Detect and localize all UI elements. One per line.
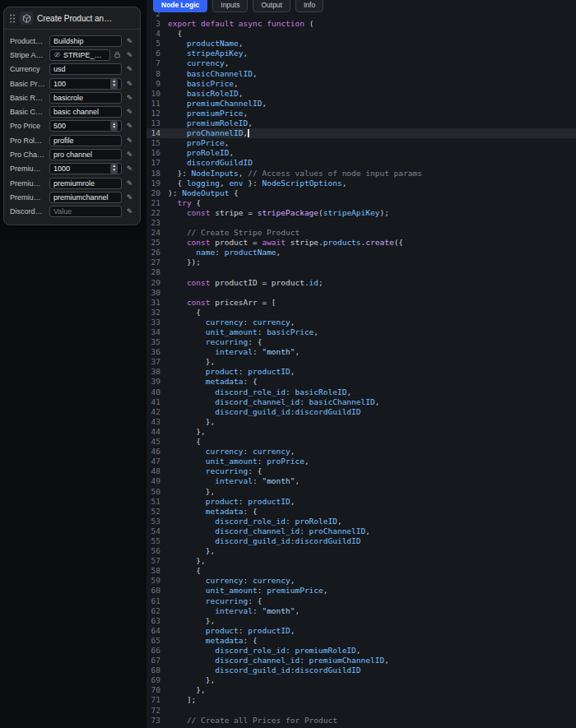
edit-pencil-icon[interactable]: ✎ <box>125 137 134 145</box>
field-input[interactable]: 500▲▼ <box>49 120 122 132</box>
code-line-20[interactable]: 20): NodeOutput { <box>146 188 576 198</box>
code-line-43[interactable]: 43 }, <box>146 417 576 427</box>
code-line-38[interactable]: 38 product: productID, <box>146 367 576 377</box>
code-line-28[interactable]: 28 <box>146 267 576 277</box>
edit-pencil-icon[interactable]: ✎ <box>125 80 134 88</box>
field-input[interactable]: 1000▲▼ <box>49 163 122 174</box>
code-line-51[interactable]: 51 product: productID, <box>146 497 576 507</box>
code-line-45[interactable]: 45 { <box>146 437 576 447</box>
code-line-69[interactable]: 69 }, <box>146 675 576 685</box>
code-line-18[interactable]: 18 }: NodeInputs, // Access values of no… <box>146 169 576 179</box>
code-line-23[interactable]: 23 <box>146 218 576 228</box>
field-input[interactable]: profile <box>49 135 122 146</box>
code-line-58[interactable]: 58 { <box>146 566 576 576</box>
code-line-36[interactable]: 36 interval: "month", <box>146 347 576 357</box>
code-line-3[interactable]: 3export default async function ( <box>146 19 576 29</box>
code-line-40[interactable]: 40 discord_role_id: basicRoleID, <box>146 387 576 397</box>
code-line-60[interactable]: 60 unit_amount: premiumPrice, <box>146 586 576 596</box>
edit-pencil-icon[interactable]: ✎ <box>125 65 134 73</box>
code-line-49[interactable]: 49 interval: "month", <box>146 476 576 486</box>
field-input[interactable]: Value <box>49 206 122 217</box>
edit-pencil-icon[interactable]: ✎ <box>125 51 134 59</box>
code-line-61[interactable]: 61 recurring: { <box>146 596 576 606</box>
edit-pencil-icon[interactable]: ✎ <box>125 193 134 202</box>
code-line-34[interactable]: 34 unit_amount: basicPrice, <box>146 327 576 337</box>
edit-pencil-icon[interactable]: ✎ <box>125 108 134 116</box>
code-line-25[interactable]: 25 const product = await stripe.products… <box>146 238 576 248</box>
code-line-50[interactable]: 50 }, <box>146 487 576 497</box>
edit-pencil-icon[interactable]: ✎ <box>125 179 134 188</box>
code-line-19[interactable]: 19 { logging, env }: NodeScriptOptions, <box>146 179 576 188</box>
code-line-71[interactable]: 71 ]; <box>146 695 576 705</box>
edit-pencil-icon[interactable]: ✎ <box>125 151 134 159</box>
code-line-67[interactable]: 67 discord_channel_id: premiumChannelID, <box>146 656 576 665</box>
code-line-57[interactable]: 57 }, <box>146 556 576 566</box>
field-input[interactable]: 100▲▼ <box>49 78 122 90</box>
code-line-13[interactable]: 13 premiumRoleID, <box>146 118 576 128</box>
edit-pencil-icon[interactable]: ✎ <box>125 37 134 45</box>
code-line-33[interactable]: 33 currency: currency, <box>146 318 576 327</box>
number-stepper[interactable]: ▲▼ <box>110 121 118 131</box>
code-line-70[interactable]: 70 }, <box>146 685 576 695</box>
edit-pencil-icon[interactable]: ✎ <box>125 122 134 130</box>
edit-pencil-icon[interactable]: ✎ <box>125 94 134 102</box>
edit-pencil-icon[interactable]: ✎ <box>125 207 134 216</box>
code-line-35[interactable]: 35 recurring: { <box>146 337 576 347</box>
drag-handle-icon[interactable] <box>9 13 16 24</box>
code-line-37[interactable]: 37 }, <box>146 357 576 367</box>
code-line-7[interactable]: 7 currency, <box>146 58 576 68</box>
code-line-14[interactable]: 14 proChannelID, <box>146 128 576 138</box>
tab-info[interactable]: Info <box>295 0 323 12</box>
code-line-11[interactable]: 11 premiumChannelID, <box>146 99 576 109</box>
number-stepper[interactable]: ▲▼ <box>110 79 118 89</box>
code-line-31[interactable]: 31 const pricesArr = [ <box>146 298 576 308</box>
lock-icon[interactable] <box>114 51 122 58</box>
edit-pencil-icon[interactable]: ✎ <box>125 165 134 173</box>
code-line-26[interactable]: 26 name: productName, <box>146 248 576 257</box>
tab-inputs[interactable]: Inputs <box>212 0 248 12</box>
code-line-39[interactable]: 39 metadata: { <box>146 377 576 387</box>
code-line-72[interactable]: 72 <box>146 706 576 716</box>
field-input[interactable]: Buildship <box>49 35 122 47</box>
code-line-9[interactable]: 9 basicPrice, <box>146 79 576 89</box>
code-line-16[interactable]: 16 proRoleID, <box>146 148 576 158</box>
field-input[interactable]: pro channel <box>49 149 122 160</box>
code-line-64[interactable]: 64 product: productID, <box>146 626 576 636</box>
code-line-63[interactable]: 63 }, <box>146 616 576 626</box>
code-line-42[interactable]: 42 discord_guild_id:discordGuildID <box>146 407 576 417</box>
code-line-66[interactable]: 66 discord_role_id: premiumRoleID, <box>146 646 576 656</box>
code-line-52[interactable]: 52 metadata: { <box>146 507 576 517</box>
code-line-32[interactable]: 32 { <box>146 308 576 318</box>
field-input[interactable]: basicrole <box>49 92 122 104</box>
code-line-8[interactable]: 8 basicChannelID, <box>146 69 576 79</box>
code-line-47[interactable]: 47 unit_amount: proPrice, <box>146 457 576 466</box>
field-input[interactable]: premiumchannel <box>49 192 122 203</box>
code-line-30[interactable]: 30 <box>146 288 576 298</box>
field-input[interactable]: basic channel <box>49 106 122 118</box>
code-line-53[interactable]: 53 discord_role_id: proRoleID, <box>146 517 576 526</box>
code-line-29[interactable]: 29 const productID = product.id; <box>146 278 576 288</box>
field-input[interactable]: STRIPE_… <box>49 49 110 61</box>
code-line-10[interactable]: 10 basicRoleID, <box>146 89 576 99</box>
code-line-73[interactable]: 73 // Create all Prices for Product <box>146 716 576 726</box>
code-line-27[interactable]: 27 }); <box>146 257 576 267</box>
code-line-17[interactable]: 17 discordGuildID <box>146 158 576 168</box>
code-line-24[interactable]: 24 // Create Stripe Product <box>146 228 576 238</box>
number-stepper[interactable]: ▲▼ <box>110 164 118 174</box>
code-editor[interactable]: Node LogicInputsOutputInfo 23export defa… <box>146 0 576 728</box>
code-line-12[interactable]: 12 premiumPrice, <box>146 109 576 118</box>
tab-output[interactable]: Output <box>253 0 290 12</box>
field-input[interactable]: premiumrole <box>49 178 122 189</box>
code-line-44[interactable]: 44 }, <box>146 427 576 437</box>
code-line-59[interactable]: 59 currency: currency, <box>146 576 576 586</box>
field-input[interactable]: usd <box>49 63 122 75</box>
code-line-48[interactable]: 48 recurring: { <box>146 466 576 476</box>
code-line-68[interactable]: 68 discord_guild_id:discordGuildID <box>146 665 576 675</box>
code-line-55[interactable]: 55 discord_guild_id:discordGuildID <box>146 536 576 546</box>
code-line-46[interactable]: 46 currency: currency, <box>146 447 576 457</box>
code-line-54[interactable]: 54 discord_channel_id: proChannelID, <box>146 526 576 536</box>
code-line-4[interactable]: 4 { <box>146 29 576 39</box>
code-line-41[interactable]: 41 discord_channel_id: basicChannelID, <box>146 397 576 407</box>
code-line-65[interactable]: 65 metadata: { <box>146 636 576 646</box>
tab-node-logic[interactable]: Node Logic <box>153 0 207 12</box>
